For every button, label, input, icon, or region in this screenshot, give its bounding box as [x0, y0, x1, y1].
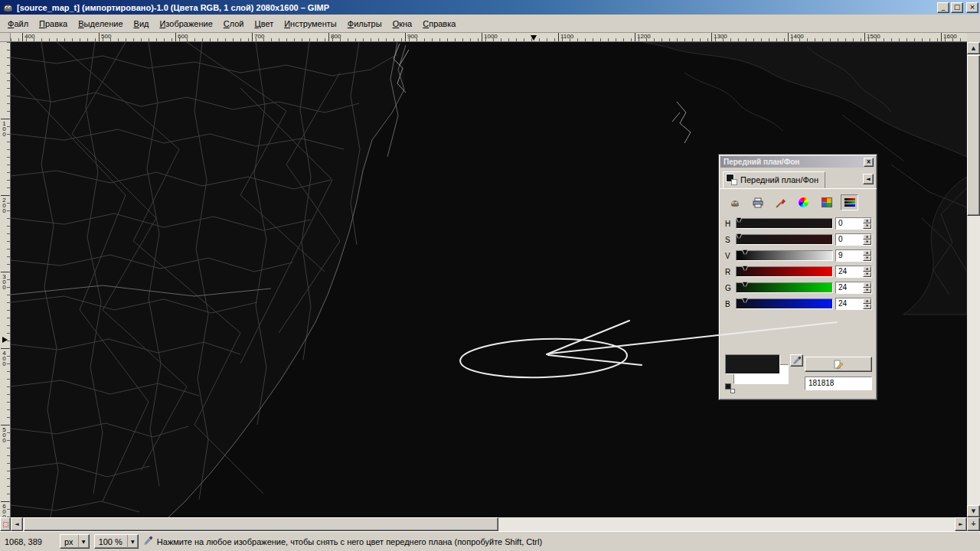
fg-bg-mini-icon	[726, 174, 737, 185]
spin-down-icon[interactable]: ▼	[863, 288, 871, 293]
default-colors-icon[interactable]	[725, 383, 735, 393]
slider-handle[interactable]: ▼	[743, 298, 747, 304]
spin-up-icon[interactable]: ▲	[863, 298, 871, 304]
maximize-button[interactable]: □	[951, 2, 963, 13]
watercolor-selector-button[interactable]	[772, 194, 789, 210]
menu-file[interactable]: Файл	[2, 16, 34, 31]
html-notation-input[interactable]: 181818	[805, 377, 872, 390]
vertical-scrollbar[interactable]: ▲ ▼	[967, 42, 980, 517]
slider-track-h[interactable]: ▼	[736, 218, 833, 229]
scroll-up-button[interactable]: ▲	[967, 42, 980, 54]
spin-up-icon[interactable]: ▲	[863, 266, 871, 272]
unit-select[interactable]: px ▼	[60, 534, 90, 549]
spin-down-icon[interactable]: ▼	[863, 256, 871, 261]
scroll-right-button[interactable]: ►	[955, 517, 967, 531]
slider-row-g: G ▼ 24 ▲▼	[725, 282, 872, 294]
menubar: Файл Правка Выделение Вид Изображение Сл…	[0, 15, 980, 33]
menu-edit[interactable]: Правка	[34, 16, 73, 31]
slider-track-s[interactable]: ▼	[736, 234, 833, 245]
h-ruler-label: 1500	[864, 33, 880, 41]
slider-handle[interactable]: ▼	[743, 266, 747, 272]
foreground-color-swatch[interactable]	[725, 354, 780, 374]
tab-label: Передний план/Фон	[740, 175, 818, 184]
navigation-button[interactable]: +	[967, 517, 980, 531]
dialog-titlebar[interactable]: Передний план/Фон ×	[720, 156, 875, 168]
vertical-ruler[interactable]: 100 200 300 400 500 600	[0, 42, 11, 517]
html-notation-button[interactable]	[805, 357, 872, 372]
spinbox-g[interactable]: 24 ▲▼	[835, 282, 872, 294]
color-selector-toolbar	[719, 189, 877, 213]
h-ruler-label: 900	[405, 33, 417, 41]
minimize-button[interactable]: _	[937, 2, 949, 13]
slider-row-h: H ▼ 0 ▲▼	[725, 217, 872, 230]
chevron-down-icon[interactable]: ▼	[127, 535, 138, 548]
spin-down-icon[interactable]: ▼	[863, 240, 871, 245]
menu-layer[interactable]: Слой	[218, 16, 250, 31]
chevron-down-icon[interactable]: ▼	[78, 535, 89, 548]
zoom-select[interactable]: 100 % ▼	[94, 534, 139, 549]
menu-image[interactable]: Изображение	[154, 16, 217, 31]
menu-select[interactable]: Выделение	[73, 16, 128, 31]
spin-down-icon[interactable]: ▼	[863, 304, 871, 309]
spinbox-v[interactable]: 9 ▲▼	[835, 249, 872, 262]
palette-selector-button[interactable]	[818, 194, 835, 210]
slider-handle[interactable]: ▼	[737, 217, 741, 223]
menu-windows[interactable]: Окна	[387, 16, 418, 31]
v-ruler-label: 600	[1, 501, 9, 517]
wilber-icon	[730, 197, 740, 208]
slider-handle[interactable]: ▼	[743, 249, 747, 256]
current-color-area: 181818	[725, 354, 872, 394]
tab-menu-button[interactable]: ◄	[863, 174, 874, 184]
spin-up-icon[interactable]: ▲	[863, 234, 871, 240]
v-ruler-label: 500	[1, 425, 9, 442]
v-ruler-label: 200	[1, 195, 9, 213]
dialog-close-button[interactable]: ×	[864, 158, 874, 167]
spin-down-icon[interactable]: ▼	[863, 223, 871, 229]
slider-track-v[interactable]: ▼	[736, 250, 833, 261]
window-titlebar[interactable]: [source_map_t] (импортировано)-1.0 (Цвет…	[0, 0, 980, 15]
menu-view[interactable]: Вид	[129, 16, 155, 31]
horizontal-scrollbar[interactable]: ◄ ►	[11, 517, 967, 531]
scroll-left-button[interactable]: ◄	[11, 517, 23, 531]
spinbox-r[interactable]: 24 ▲▼	[835, 266, 872, 278]
slider-track-r[interactable]: ▼	[736, 266, 833, 277]
h-ruler-label: 1100	[558, 33, 573, 41]
menu-tools[interactable]: Инструменты	[279, 16, 342, 31]
spin-up-icon[interactable]: ▲	[863, 250, 871, 256]
spin-up-icon[interactable]: ▲	[863, 218, 871, 223]
fg-bg-dialog[interactable]: Передний план/Фон × Передний план/Фон ◄ …	[718, 154, 877, 400]
spinbox-s[interactable]: 0 ▲▼	[835, 233, 872, 246]
slider-row-s: S ▼ 0 ▲▼	[725, 233, 872, 246]
spin-down-icon[interactable]: ▼	[863, 272, 871, 277]
scales-selector-button[interactable]	[841, 194, 858, 210]
h-ruler-label: 1600	[941, 33, 957, 41]
cursor-x-marker	[531, 35, 537, 41]
slider-track-b[interactable]: ▼	[736, 298, 833, 309]
quick-mask-icon	[3, 522, 8, 527]
slider-track-g[interactable]: ▼	[736, 282, 833, 293]
slider-handle[interactable]: ▼	[743, 282, 747, 288]
horizontal-ruler[interactable]: 400 500 600 700 800 900 1000 1100 1200 1…	[11, 33, 967, 42]
spinbox-h[interactable]: 0 ▲▼	[835, 217, 872, 230]
horizontal-scroll-thumb[interactable]	[24, 517, 498, 531]
vertical-scroll-thumb[interactable]	[967, 55, 980, 216]
menu-filters[interactable]: Фильтры	[342, 16, 387, 31]
dialog-tab-row: Передний план/Фон ◄	[719, 169, 877, 189]
close-button[interactable]: ×	[966, 2, 978, 13]
slider-handle[interactable]: ▼	[737, 233, 741, 240]
channel-sliders: H ▼ 0 ▲▼ S ▼ 0 ▲▼ V ▼ 9 ▲▼ R ▼ 24 ▲▼ G ▼…	[719, 213, 877, 310]
spin-value: 0	[838, 219, 843, 227]
gimp-selector-button[interactable]	[726, 194, 743, 210]
spinbox-b[interactable]: 24 ▲▼	[835, 298, 872, 310]
scroll-down-button[interactable]: ▼	[967, 505, 980, 517]
spin-value: 0	[838, 235, 843, 243]
cmyk-selector-button[interactable]	[749, 194, 766, 210]
spin-up-icon[interactable]: ▲	[863, 282, 871, 288]
quick-mask-button[interactable]	[0, 517, 11, 531]
status-message-wrap: Нажмите на любое изображение, чтобы снят…	[143, 536, 542, 547]
wheel-selector-button[interactable]	[795, 194, 812, 210]
pick-color-button[interactable]	[790, 354, 803, 367]
menu-colors[interactable]: Цвет	[250, 16, 279, 31]
tab-foreground-background[interactable]: Передний план/Фон	[723, 171, 825, 188]
menu-help[interactable]: Справка	[417, 16, 461, 31]
